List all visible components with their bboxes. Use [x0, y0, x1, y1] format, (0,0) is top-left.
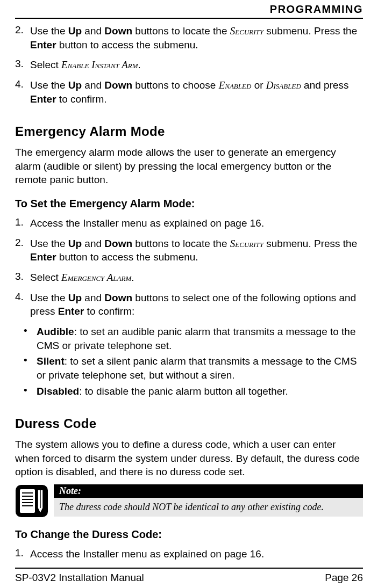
- list-item: 4. Use the Up and Down buttons to select…: [15, 291, 363, 318]
- list-number: 1.: [15, 216, 30, 230]
- heading-emergency-alarm-mode: Emergency Alarm Mode: [15, 124, 363, 139]
- list-number: 4.: [15, 78, 30, 106]
- list-item: 4. Use the Up and Down buttons to choose…: [15, 78, 363, 106]
- bullet-body: Audible: to set an audible panic alarm t…: [37, 325, 363, 352]
- section-label: PROGRAMMING: [270, 3, 363, 16]
- subheading-change-duress: To Change the Duress Code:: [15, 528, 363, 541]
- list-number: 2.: [15, 24, 30, 52]
- bullet-marker: •: [24, 325, 37, 352]
- list-body: Use the Up and Down buttons to locate th…: [30, 24, 363, 52]
- paragraph: The system allows you to define a duress…: [15, 438, 363, 479]
- list-body: Use the Up and Down buttons to select on…: [30, 291, 363, 318]
- list-number: 3.: [15, 58, 30, 72]
- note-icon: [15, 484, 54, 518]
- list-number: 1.: [15, 547, 30, 561]
- list-body: Access the Installer menu as explained o…: [30, 547, 264, 561]
- bullet-item: • Audible: to set an audible panic alarm…: [15, 325, 363, 352]
- note-box: Note: The duress code should NOT be iden…: [15, 484, 363, 518]
- list-body: Select Emergency Alarm.: [30, 271, 134, 285]
- note-content: Note: The duress code should NOT be iden…: [54, 484, 363, 518]
- list-item: 3. Select Enable Instant Arm.: [15, 58, 363, 72]
- list-item: 2. Use the Up and Down buttons to locate…: [15, 237, 363, 264]
- bullet-marker: •: [24, 384, 37, 398]
- bullet-item: • Silent: to set a silent panic alarm th…: [15, 354, 363, 382]
- bullet-item: • Disabled: to disable the panic alarm b…: [15, 384, 363, 398]
- list-body: Use the Up and Down buttons to choose En…: [30, 78, 363, 106]
- list-body: Access the Installer menu as explained o…: [30, 216, 264, 230]
- list-number: 2.: [15, 237, 30, 264]
- page-footer: SP-03V2 Installation Manual Page 26: [15, 568, 363, 584]
- footer-left: SP-03V2 Installation Manual: [15, 572, 144, 584]
- list-item: 1. Access the Installer menu as explaine…: [15, 547, 363, 561]
- list-number: 4.: [15, 291, 30, 318]
- svg-rect-1: [19, 489, 35, 513]
- note-label: Note:: [54, 484, 363, 498]
- bullet-body: Silent: to set a silent panic alarm that…: [37, 354, 363, 382]
- list-item: 3. Select Emergency Alarm.: [15, 271, 363, 285]
- subheading-set-emergency: To Set the Emergency Alarm Mode:: [15, 198, 363, 210]
- bullet-marker: •: [24, 354, 37, 382]
- paragraph: The emergency alarm mode allows the user…: [15, 146, 363, 187]
- list-body: Select Enable Instant Arm.: [30, 58, 141, 72]
- footer-right: Page 26: [325, 572, 363, 584]
- document-page: PROGRAMMING 2. Use the Up and Down butto…: [0, 0, 378, 588]
- bullet-body: Disabled: to disable the panic alarm but…: [37, 384, 288, 398]
- page-header: PROGRAMMING: [15, 0, 363, 19]
- heading-duress-code: Duress Code: [15, 416, 363, 431]
- list-body: Use the Up and Down buttons to locate th…: [30, 237, 363, 264]
- list-item: 1. Access the Installer menu as explaine…: [15, 216, 363, 230]
- list-number: 3.: [15, 271, 30, 285]
- note-text: The duress code should NOT be identical …: [54, 498, 363, 517]
- list-item: 2. Use the Up and Down buttons to locate…: [15, 24, 363, 52]
